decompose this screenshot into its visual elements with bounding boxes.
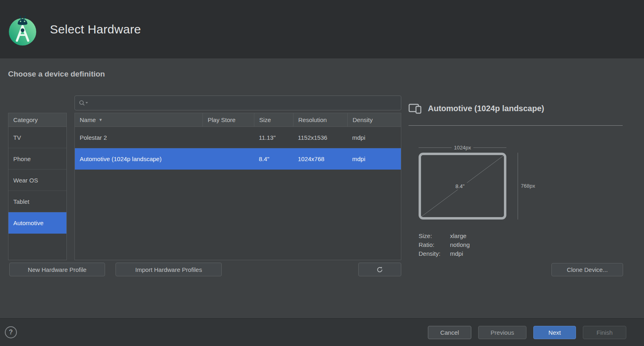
width-dimension-label: 1024px bbox=[454, 145, 471, 151]
detail-divider bbox=[409, 125, 623, 126]
category-item-phone[interactable]: Phone bbox=[8, 148, 66, 170]
column-header-play-store[interactable]: Play Store bbox=[202, 113, 254, 126]
device-row-automotive-1024p[interactable]: Automotive (1024p landscape) 8.4" 1024x7… bbox=[75, 148, 401, 170]
device-dimension-diagram: 1024px 8.4" 768px bbox=[419, 143, 539, 228]
help-button[interactable]: ? bbox=[5, 326, 17, 338]
devices-icon bbox=[409, 103, 421, 114]
device-table-header: Name ▼ Play Store Size Resolution Densit… bbox=[75, 113, 401, 127]
dialog-footer: ? Cancel Previous Next Finish bbox=[0, 318, 644, 346]
device-row-polestar-2[interactable]: Polestar 2 11.13" 1152x1536 mdpi bbox=[75, 127, 401, 148]
spec-ratio: Ratio: notlong bbox=[419, 240, 470, 249]
finish-button: Finish bbox=[583, 326, 626, 339]
category-item-tv[interactable]: TV bbox=[8, 127, 66, 148]
device-specs: Size: xlarge Ratio: notlong Density: mdp… bbox=[419, 232, 470, 258]
previous-button[interactable]: Previous bbox=[478, 326, 526, 339]
column-header-density[interactable]: Density bbox=[347, 113, 401, 126]
refresh-icon bbox=[376, 266, 383, 273]
dialog-header: Select Hardware bbox=[0, 0, 644, 58]
spec-density: Density: mdpi bbox=[419, 249, 470, 258]
import-hardware-profiles-button[interactable]: Import Hardware Profiles bbox=[116, 263, 222, 276]
spec-size: Size: xlarge bbox=[419, 232, 470, 240]
category-panel: Category TV Phone Wear OS Tablet Automot… bbox=[8, 113, 67, 260]
new-hardware-profile-button[interactable]: New Hardware Profile bbox=[9, 263, 105, 276]
sort-arrow-icon: ▼ bbox=[99, 118, 103, 122]
refresh-button[interactable] bbox=[358, 263, 401, 276]
device-screen-outline: 8.4" bbox=[419, 153, 506, 220]
dialog-title: Select Hardware bbox=[50, 23, 141, 36]
column-header-size[interactable]: Size bbox=[254, 113, 293, 126]
category-column-header: Category bbox=[8, 113, 66, 127]
diagonal-size-label: 8.4" bbox=[453, 183, 467, 190]
device-detail-panel: Automotive (1024p landscape) 1024px 8.4"… bbox=[409, 103, 623, 296]
search-input[interactable] bbox=[89, 96, 401, 110]
android-studio-logo-icon bbox=[8, 12, 37, 46]
detail-device-title: Automotive (1024p landscape) bbox=[428, 104, 544, 113]
column-header-name[interactable]: Name ▼ bbox=[75, 113, 202, 126]
device-search-box[interactable] bbox=[74, 95, 401, 110]
cancel-button[interactable]: Cancel bbox=[428, 326, 471, 339]
category-item-automotive[interactable]: Automotive bbox=[8, 212, 66, 234]
clone-device-button[interactable]: Clone Device... bbox=[551, 263, 623, 276]
category-item-wear-os[interactable]: Wear OS bbox=[8, 170, 66, 191]
section-heading: Choose a device definition bbox=[8, 70, 105, 79]
column-header-resolution[interactable]: Resolution bbox=[293, 113, 347, 126]
next-button[interactable]: Next bbox=[533, 326, 576, 339]
category-item-tablet[interactable]: Tablet bbox=[8, 191, 66, 212]
dialog-body: Choose a device definition Category TV P… bbox=[0, 58, 644, 318]
search-icon bbox=[79, 100, 89, 106]
select-hardware-dialog: Select Hardware Choose a device definiti… bbox=[0, 0, 644, 346]
height-dimension-label: 768px bbox=[521, 183, 535, 189]
device-table: Name ▼ Play Store Size Resolution Densit… bbox=[74, 113, 401, 260]
